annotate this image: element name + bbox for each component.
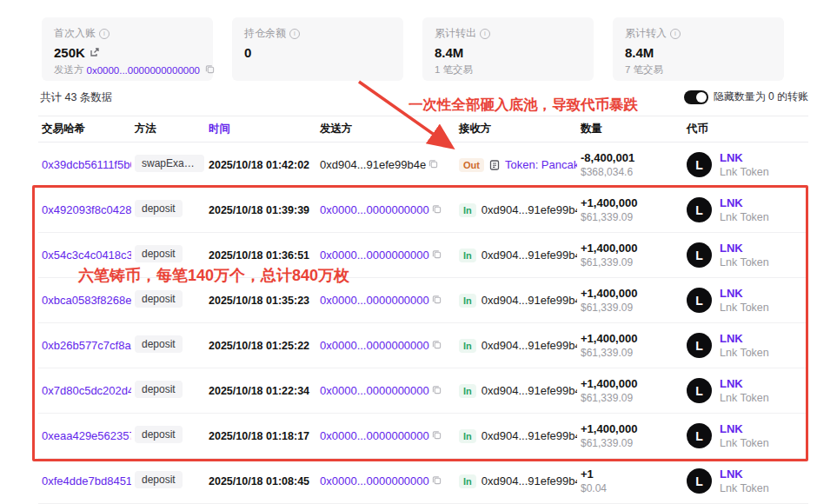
card-value-text: 8.4M [625,45,654,60]
sender-address[interactable]: 0x0000...0000000000 [320,249,429,262]
sender-cell: 0x0000...0000000000 [316,294,455,307]
copy-icon[interactable] [428,158,438,171]
info-icon[interactable]: i [99,29,110,39]
copy-icon[interactable] [205,64,215,76]
sender-address[interactable]: 0x0000...0000000000 [320,339,429,352]
sender-address[interactable]: 0xd904...91efe99b4e [320,158,426,171]
direction-badge: In [459,429,476,443]
method-badge: deposit [135,381,183,398]
method-badge: swapExact... [135,155,204,172]
amount-value: +1,400,000 [581,242,680,255]
sender-address[interactable]: 0x0000...0000000000 [320,429,429,442]
tx-hash-link[interactable]: 0x7d80c5dc202d43... [38,384,131,397]
receiver-address[interactable]: 0xd904...91efe99b4e [482,384,577,397]
token-logo: L [687,333,712,358]
table-row: 0xfe4dde7bd8451f... deposit 2025/10/18 0… [38,459,808,504]
table-row: 0x39dcb56111f5b0... swapExact... 2025/10… [38,143,808,188]
tx-time: 2025/10/18 01:35:23 [205,295,316,307]
receiver-cell: In 0xd904...91efe99b4e [455,339,577,353]
amount-value: +1,400,000 [581,377,680,390]
direction-badge: In [459,203,476,217]
receiver-address[interactable]: 0xd904...91efe99b4e [482,203,577,216]
amount-usd: $61,339.09 [581,211,680,223]
receiver-address[interactable]: Token: Pancake LPs [505,158,577,171]
token-symbol-link[interactable]: LNK [720,242,769,255]
card-value-text: 8.4M [435,45,463,60]
sender-address[interactable]: 0x0000...0000000000 [320,203,429,216]
sender-address[interactable]: 0x0000...0000000000 [320,384,429,397]
method-badge: deposit [135,335,183,353]
token-logo: L [687,423,712,448]
info-icon[interactable]: i [480,29,490,39]
copy-icon[interactable] [432,384,442,397]
copy-icon[interactable] [432,249,442,262]
col-token: 代币 [683,122,808,136]
receiver-address[interactable]: 0xd904...91efe99b4e [482,429,577,442]
receiver-cell: In 0xd904...91efe99b4e [455,203,577,217]
direction-badge: In [459,249,476,262]
copy-icon[interactable] [432,339,442,352]
copy-icon[interactable] [432,429,442,442]
tx-time: 2025/10/18 01:42:02 [205,159,316,171]
tx-hash-link[interactable]: 0xfe4dde7bd8451f... [38,474,131,487]
tx-hash-link[interactable]: 0xbca0583f8268e7... [38,294,131,307]
col-time-sort[interactable]: 时间 [205,122,316,136]
receiver-address[interactable]: 0xd904...91efe99b4e [482,339,577,352]
receiver-address[interactable]: 0xd904...91efe99b4e [482,249,577,262]
token-cell: L LNK Lnk Token [683,468,808,494]
tx-hash-link[interactable]: 0x492093f8c0428b... [38,203,131,216]
amount-usd: $368,034.6 [581,166,680,178]
tx-hash-link[interactable]: 0x54c3c4c0418c38... [38,249,131,262]
copy-icon[interactable] [432,294,442,307]
external-link-icon[interactable] [90,45,100,60]
card-label-text: 持仓余额 [244,26,286,41]
tx-time: 2025/10/18 01:22:34 [205,385,316,397]
hide-zero-toggle-row: 隐藏数量为 0 的转账 [684,90,808,104]
tx-hash-link[interactable]: 0xeaa429e5623575... [38,429,131,442]
sender-cell: 0xd904...91efe99b4e [316,158,455,171]
tx-hash-link[interactable]: 0xb26b577c7cf8a6... [38,339,131,352]
info-icon[interactable]: i [670,29,681,39]
hide-zero-toggle[interactable] [684,90,708,104]
token-cell: L LNK Lnk Token [683,332,808,359]
receiver-cell: In 0xd904...91efe99b4e [455,384,577,398]
sender-address[interactable]: 0x0000...0000000000 [320,294,429,307]
copy-icon[interactable] [432,203,442,216]
token-name: Lnk Token [720,347,769,359]
token-symbol-link[interactable]: LNK [720,287,769,300]
token-cell: L LNK Lnk Token [683,377,808,404]
amount-usd: $0.04 [581,482,680,494]
sender-address-link[interactable]: 0x0000...0000000000000 [87,65,200,76]
receiver-address[interactable]: 0xd904...91efe99b4e [482,294,577,307]
token-symbol-link[interactable]: LNK [720,468,769,481]
sender-address[interactable]: 0x0000...0000000000 [320,474,429,487]
token-symbol-link[interactable]: LNK [720,332,769,345]
total-records-text: 共计 43 条数据 [40,90,112,105]
token-cell: L LNK Lnk Token [683,151,808,178]
summary-cards: 首次入账 i 250K 发送方 0x0000...0000000000000 持… [42,17,784,81]
amount-cell: -8,400,001 $368,034.6 [577,151,683,178]
receiver-address[interactable]: 0xd904...91efe99b4e [482,474,577,487]
card-total-in: 累计转入 i 8.4M 7 笔交易 [613,17,784,81]
token-symbol-link[interactable]: LNK [720,151,769,164]
card-label-text: 首次入账 [54,26,96,41]
amount-usd: $61,339.09 [581,392,680,404]
tx-time: 2025/10/18 01:18:17 [205,430,316,442]
info-icon[interactable]: i [289,29,300,39]
copy-icon[interactable] [432,474,442,487]
token-symbol-link[interactable]: LNK [720,422,769,435]
card-sub: 发送方 0x0000...0000000000000 [54,63,201,76]
token-cell: L LNK Lnk Token [683,196,808,223]
sender-cell: 0x0000...0000000000 [316,203,455,216]
annotation-mint-note: 六笔铸币，每笔140万个，总计840万枚 [78,265,349,286]
amount-value: +1,400,000 [581,196,680,209]
token-symbol-link[interactable]: LNK [720,196,769,209]
card-sub-text: 7 笔交易 [625,63,663,76]
tx-hash-link[interactable]: 0x39dcb56111f5b0... [38,158,131,171]
sender-cell: 0x0000...0000000000 [316,249,455,262]
contract-icon [489,160,500,170]
sender-cell: 0x0000...0000000000 [316,474,455,487]
col-sender: 发送方 [316,122,455,136]
amount-value: +1,400,000 [581,422,680,435]
token-symbol-link[interactable]: LNK [720,377,769,390]
